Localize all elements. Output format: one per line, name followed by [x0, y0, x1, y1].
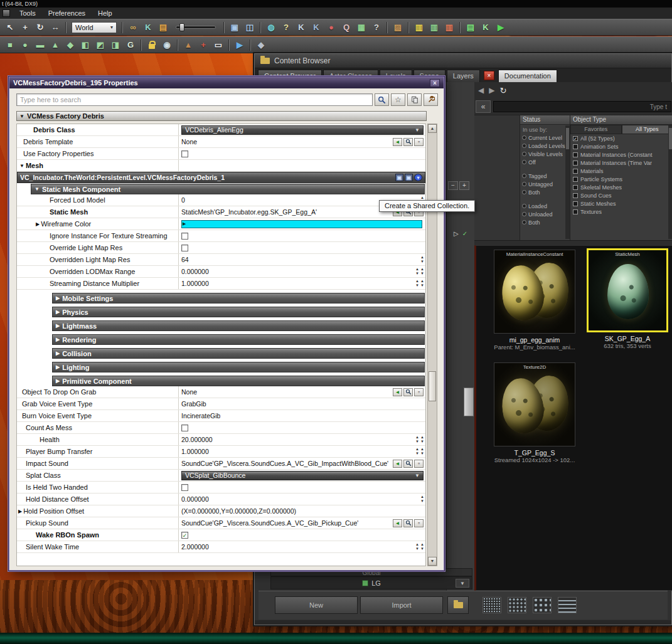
section-physics[interactable]: ▶Physics: [52, 307, 425, 317]
wireframe-color-swatch[interactable]: ▶: [181, 220, 422, 228]
prop-splat-class[interactable]: Splat ClassVCSplat_GibBounce▼: [17, 470, 425, 482]
object-reference-row[interactable]: VC_Incubator.TheWorld:PersistentLevel.VC…: [17, 172, 425, 183]
objtype-tab-favorites[interactable]: Favorites: [570, 125, 622, 134]
prop-count-as-mess[interactable]: Count As Mess: [17, 422, 425, 434]
object-type-scrollbar[interactable]: [668, 125, 672, 239]
spinner-down-icon[interactable]: ▼: [420, 499, 424, 504]
content-browser-icon[interactable]: ▥: [412, 21, 426, 34]
spinner-control[interactable]: ▲▼: [415, 267, 419, 276]
spinner-control[interactable]: ▲▼: [420, 279, 424, 288]
back-icon[interactable]: ◀: [478, 86, 484, 95]
status-option-untagged[interactable]: Untagged: [520, 180, 570, 188]
scrollbar-thumb[interactable]: [464, 388, 474, 416]
spinner-control[interactable]: ▲▼: [420, 435, 424, 444]
objtype-option-materials[interactable]: Materials: [570, 167, 672, 175]
matinee-icon[interactable]: ▤: [156, 21, 170, 34]
prop-is-held-two-handed[interactable]: Is Held Two Handed: [17, 482, 425, 494]
refresh-icon[interactable]: ↻: [499, 86, 506, 95]
section-mobile-settings[interactable]: ▶Mobile Settings: [52, 293, 425, 304]
impact-sound-value[interactable]: SoundCue'GP_Viscera.SoundCues.A_VC_Gib_I…: [181, 460, 388, 467]
use-selected-asset-icon[interactable]: ◄: [393, 388, 402, 396]
kismet-icon[interactable]: K: [141, 21, 155, 34]
show-in-browser-icon[interactable]: ▣: [395, 174, 403, 181]
properties-scrollbar[interactable]: ▲ ▼: [427, 124, 437, 566]
spinner-control[interactable]: ▲▼: [420, 255, 424, 264]
debris-template-value[interactable]: None: [181, 138, 197, 145]
prop-forced-lod-model[interactable]: Forced Lod Model0▲▼: [17, 194, 425, 206]
section-lighting[interactable]: ▶Lighting: [52, 362, 425, 372]
csg-deintersect-icon[interactable]: ▲: [48, 39, 62, 51]
spinner-down-icon[interactable]: ▼: [420, 451, 424, 456]
clear-asset-icon[interactable]: ▫: [414, 460, 424, 468]
brush-settings-icon[interactable]: ◨: [109, 39, 122, 51]
menu-help[interactable]: Help: [92, 8, 119, 19]
spinner-up-icon[interactable]: ▲: [415, 279, 419, 283]
prop-pickup-sound[interactable]: Pickup SoundSoundCue'GP_Viscera.SoundCue…: [17, 517, 425, 529]
prop-silent-wake-time[interactable]: Silent Wake Time2.000000▲▼▲▼: [17, 541, 425, 553]
rotate-icon[interactable]: ↻: [33, 21, 47, 34]
find-asset-icon[interactable]: [403, 460, 413, 468]
asset-search-input[interactable]: Type t: [493, 101, 671, 112]
play-in-editor-icon[interactable]: ▶: [233, 39, 247, 51]
csg-add-icon[interactable]: ■: [3, 39, 17, 51]
spinner-control[interactable]: ▲▼: [415, 447, 419, 456]
tab-documentation[interactable]: Documentation: [498, 70, 557, 82]
camera-icon[interactable]: ▤: [464, 21, 477, 34]
health-value[interactable]: 20.000000: [181, 436, 213, 443]
prop-impact-sound[interactable]: Impact SoundSoundCue'GP_Viscera.SoundCue…: [17, 458, 425, 470]
spinner-control[interactable]: ▲▼: [420, 447, 424, 456]
silent-wake-time-value[interactable]: 2.000000: [181, 543, 209, 551]
build-geometry-icon[interactable]: ▲: [181, 39, 195, 51]
geometry-mode-icon[interactable]: ◩: [93, 39, 107, 51]
world-properties-icon[interactable]: ◍: [264, 21, 278, 34]
search-icon[interactable]: [375, 93, 389, 106]
debris-class-dropdown[interactable]: VCDebris_AlienEgg▼: [181, 125, 424, 135]
forced-lod-model-value[interactable]: 0: [181, 196, 185, 204]
spinner-up-icon[interactable]: ▲: [420, 447, 424, 451]
prop-grab-voice-event-type[interactable]: Grab Voice Event TypeGrabGib: [17, 398, 425, 410]
spinner-down-icon[interactable]: ▼: [415, 451, 419, 456]
find-asset-icon[interactable]: [403, 519, 413, 527]
collapse-panel-button[interactable]: «: [476, 100, 491, 113]
use-selected-asset-icon[interactable]: ◄: [393, 519, 402, 527]
lock-button[interactable]: [145, 39, 159, 51]
collections-dropdown-button[interactable]: ▼: [456, 579, 469, 588]
properties-search-input[interactable]: [16, 93, 373, 106]
hold-distance-offset-value[interactable]: 0.000000: [181, 495, 209, 503]
spinner-down-icon[interactable]: ▼: [420, 260, 424, 264]
help-secondary-icon[interactable]: ?: [370, 21, 383, 34]
viewport-maximize-icon[interactable]: ▣: [228, 21, 242, 34]
status-option-both[interactable]: Both: [520, 218, 570, 226]
select-cursor-icon[interactable]: ↖: [3, 21, 17, 34]
grab-voice-event-type-value[interactable]: GrabGib: [181, 400, 206, 408]
is-held-two-handed-checkbox[interactable]: [181, 484, 188, 491]
close-icon[interactable]: ×: [430, 79, 440, 87]
kismet-tool-icon[interactable]: K: [294, 21, 308, 34]
static-mesh-value[interactable]: StaticMesh'GP_Incubator.egg.SK_GP_Egg_A': [181, 208, 317, 216]
spinner-up-icon[interactable]: ▲: [420, 542, 424, 547]
actor-browser-icon[interactable]: ▥: [427, 21, 441, 34]
spinner-control[interactable]: ▲▼: [420, 542, 424, 551]
status-option-both[interactable]: Both: [520, 188, 570, 196]
lighting-quality-icon[interactable]: ●: [324, 21, 338, 34]
panel-splitter[interactable]: [474, 240, 672, 245]
translate-icon[interactable]: +: [18, 21, 32, 34]
use-selected-asset-icon[interactable]: ◄: [393, 138, 402, 146]
objtype-option-static-meshes[interactable]: Static Meshes: [570, 199, 672, 208]
scene-browser-icon[interactable]: ▥: [442, 21, 456, 34]
overridden-light-map-res-value[interactable]: 64: [181, 256, 189, 263]
prop-debris-class[interactable]: Debris ClassVCDebris_AlienEgg▼: [17, 124, 425, 136]
prop-override-light-map-res[interactable]: Override Light Map Res: [17, 242, 425, 254]
prop-hold-distance-offset[interactable]: Hold Distance Offset0.000000▲▼: [17, 494, 425, 505]
spinner-control[interactable]: ▲▼: [420, 267, 424, 276]
status-option-loaded-levels[interactable]: Loaded Levels: [520, 142, 570, 150]
objtype-option-skeletal-meshes[interactable]: Skeletal Meshes: [570, 183, 672, 191]
find-asset-icon[interactable]: [403, 138, 413, 146]
streaming-distance-multiplier-value[interactable]: 1.000000: [181, 280, 209, 287]
add-collection-button[interactable]: +: [459, 181, 469, 190]
prop-health[interactable]: Health20.000000▲▼▲▼: [17, 434, 425, 446]
prop-debris-template[interactable]: Debris TemplateNone◄▫: [17, 136, 425, 148]
section-lightmass[interactable]: ▶Lightmass: [52, 320, 425, 331]
wake-rbon-spawn-checkbox[interactable]: ✓: [181, 532, 188, 539]
menu-tools[interactable]: Tools: [13, 8, 42, 19]
